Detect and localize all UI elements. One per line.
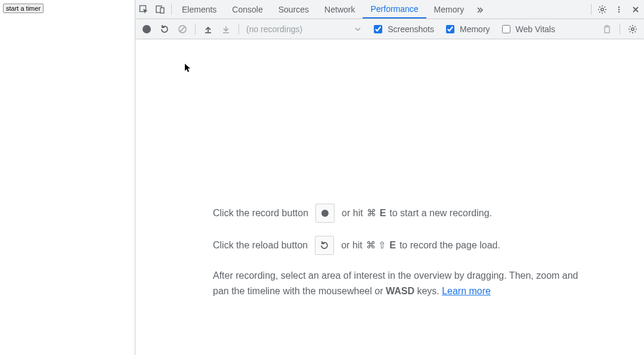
svg-line-8 (180, 27, 185, 32)
svg-point-3 (601, 8, 603, 10)
hint-reload-icon[interactable] (315, 236, 334, 255)
performance-content: Click the record button or hit ⌘ E to st… (135, 39, 644, 355)
tab-elements[interactable]: Elements (174, 0, 224, 18)
recordings-label: (no recordings) (244, 24, 305, 34)
tab-console[interactable]: Console (224, 0, 270, 18)
svg-point-11 (631, 27, 634, 30)
learn-more-link[interactable]: Learn more (442, 286, 491, 296)
load-profile-button[interactable] (200, 21, 216, 37)
record-button[interactable] (139, 21, 154, 37)
hint-reload-text-c: to record the page load. (400, 238, 500, 253)
screenshots-label: Screenshots (388, 24, 434, 34)
tab-network[interactable]: Network (317, 0, 363, 18)
hint-after-c: keys. (414, 286, 442, 296)
web-vitals-checkbox[interactable]: Web Vitals (500, 23, 555, 35)
divider (195, 24, 196, 35)
save-profile-button[interactable] (218, 21, 234, 37)
hint-after-wasd: WASD (386, 286, 414, 296)
recordings-dropdown-icon[interactable] (355, 26, 361, 32)
tab-performance[interactable]: Performance (363, 0, 426, 18)
hint-record-icon[interactable] (315, 204, 335, 223)
empty-performance-hint: Click the record button or hit ⌘ E to st… (213, 204, 583, 298)
performance-toolbar: (no recordings) Screenshots Memory Web V… (135, 19, 644, 39)
web-vitals-checkbox-input[interactable] (502, 25, 510, 33)
collect-garbage-button[interactable] (599, 21, 615, 37)
hint-record-text-a: Click the record button (213, 205, 308, 221)
screenshots-checkbox[interactable]: Screenshots (371, 23, 434, 35)
screenshots-checkbox-input[interactable] (374, 25, 382, 33)
reload-record-button[interactable] (157, 21, 172, 37)
hint-record-key: E (380, 205, 386, 221)
tab-memory[interactable]: Memory (426, 0, 472, 18)
web-vitals-label: Web Vitals (516, 24, 555, 34)
svg-point-5 (618, 8, 620, 10)
memory-checkbox-input[interactable] (446, 25, 454, 33)
hint-reload-text-a: Click the reload button (213, 238, 308, 253)
clear-button[interactable] (175, 21, 190, 37)
hint-reload-shortcut: ⌘ ⇧ (366, 238, 386, 253)
devtools-panel: Elements Console Sources Network Perform… (135, 0, 644, 355)
divider (591, 4, 592, 15)
hint-record-text-c: to start a new recording. (389, 205, 492, 221)
hint-after-recording: After recording, select an area of inter… (213, 268, 583, 298)
divider (620, 24, 620, 35)
devtools-tabbar: Elements Console Sources Network Perform… (135, 0, 644, 19)
hint-record-text-b: or hit (342, 205, 363, 221)
page-content: start a timer (0, 0, 135, 355)
capture-settings-icon[interactable] (625, 21, 640, 37)
tab-list: Elements Console Sources Network Perform… (174, 0, 589, 18)
hint-record-shortcut: ⌘ (367, 205, 376, 221)
svg-rect-2 (160, 8, 164, 13)
svg-point-4 (618, 6, 620, 8)
start-timer-button[interactable]: start a timer (3, 4, 44, 13)
settings-icon[interactable] (594, 0, 611, 18)
hint-reload-text-b: or hit (341, 238, 363, 253)
svg-point-6 (618, 11, 620, 13)
tab-sources[interactable]: Sources (271, 0, 317, 18)
close-devtools-icon[interactable] (627, 0, 644, 18)
memory-checkbox[interactable]: Memory (444, 23, 490, 35)
inspect-element-icon[interactable] (135, 0, 152, 18)
kebab-menu-icon[interactable] (611, 0, 627, 18)
more-tabs-icon[interactable] (472, 0, 488, 18)
divider (239, 24, 239, 35)
memory-label: Memory (460, 24, 490, 34)
divider (171, 4, 172, 15)
cursor-icon (184, 63, 191, 73)
hint-reload-key: E (389, 238, 396, 253)
device-toolbar-icon[interactable] (152, 0, 169, 18)
